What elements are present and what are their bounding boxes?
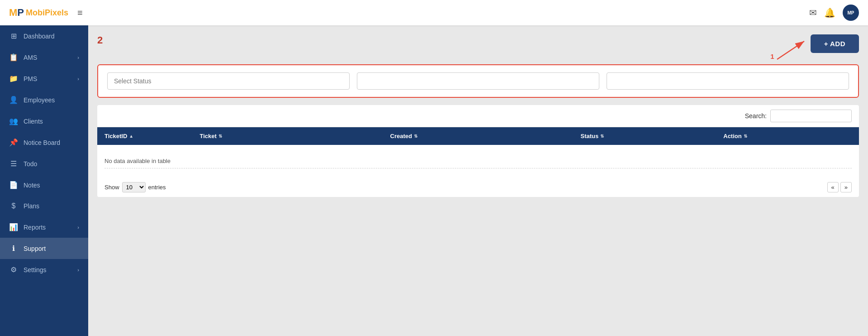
sidebar-item-reports[interactable]: 📊 Reports ›: [0, 216, 88, 238]
no-data-message: No data available in table: [104, 154, 852, 168]
sort-status-icon: ⇅: [600, 134, 604, 139]
filter-box: 07 May 2024 07 May 2024: [97, 64, 859, 98]
sidebar-label-settings: Settings: [24, 266, 47, 274]
sidebar-arrow-reports: ›: [77, 225, 79, 230]
col-created[interactable]: Created ⇅: [383, 127, 574, 145]
sidebar-icon-reports: 📊: [9, 223, 18, 231]
table-header: TicketID ▲ Ticket ⇅ Created ⇅ Status ⇅ A…: [97, 127, 859, 145]
sort-action-icon: ⇅: [744, 134, 747, 139]
col-status[interactable]: Status ⇅: [574, 127, 716, 145]
sidebar-icon-dashboard: ⊞: [9, 32, 18, 40]
content-area: 2 1 + ADD: [88, 25, 868, 336]
sidebar-arrow-ams: ›: [77, 55, 79, 60]
filter-section: 07 May 2024 07 May 2024: [97, 64, 859, 98]
sidebar-arrow-pms: ›: [77, 76, 79, 82]
sidebar-item-todo[interactable]: ☰ Todo: [0, 153, 88, 174]
pagination-prev[interactable]: «: [827, 182, 839, 192]
mail-icon[interactable]: ✉: [809, 7, 817, 18]
sidebar-label-support: Support: [24, 245, 46, 252]
ticket-count: 2: [97, 34, 103, 46]
sidebar-label-reports: Reports: [24, 224, 46, 231]
sidebar-label-clients: Clients: [24, 118, 43, 125]
svg-line-1: [777, 41, 804, 59]
date-from-input[interactable]: 07 May 2024: [357, 72, 599, 90]
sidebar-label-ams: AMS: [24, 54, 37, 61]
header: MP MobiPixels ≡ ✉ 🔔 MP: [0, 0, 868, 25]
sidebar-item-support[interactable]: ℹ Support: [0, 238, 88, 259]
sidebar-icon-clients: 👥: [9, 117, 18, 125]
avatar[interactable]: MP: [843, 5, 859, 21]
sidebar-item-ams[interactable]: 📋 AMS ›: [0, 47, 88, 68]
sidebar-item-employees[interactable]: 👤 Employees: [0, 89, 88, 110]
sidebar-item-clients[interactable]: 👥 Clients: [0, 110, 88, 132]
search-input[interactable]: [770, 110, 852, 122]
sidebar-item-settings[interactable]: ⚙ Settings ›: [0, 259, 88, 280]
sidebar-icon-employees: 👤: [9, 96, 18, 104]
sidebar: ⊞ Dashboard 📋 AMS › 📁 PMS › 👤 Employees …: [0, 25, 88, 336]
sidebar-item-notes[interactable]: 📄 Notes: [0, 174, 88, 196]
arrow-1-icon: [775, 39, 811, 62]
status-select[interactable]: [107, 72, 350, 90]
bell-icon[interactable]: 🔔: [824, 7, 835, 18]
table-section: Search: TicketID ▲ Ticket ⇅ Created ⇅ St…: [97, 105, 859, 197]
sidebar-label-plans: Plans: [24, 202, 39, 210]
sidebar-item-dashboard[interactable]: ⊞ Dashboard: [0, 25, 88, 47]
table-footer: Show 10 25 50 100 entries « »: [97, 178, 859, 197]
logo: MP MobiPixels: [9, 7, 68, 19]
entries-label: Show 10 25 50 100 entries: [104, 182, 166, 192]
sidebar-label-notes: Notes: [24, 182, 40, 189]
logo-mp: MP: [9, 7, 24, 19]
col-ticketid[interactable]: TicketID ▲: [97, 127, 193, 145]
sidebar-icon-notes: 📄: [9, 181, 18, 189]
sidebar-item-notice-board[interactable]: 📌 Notice Board: [0, 132, 88, 153]
sidebar-label-dashboard: Dashboard: [24, 33, 55, 40]
sidebar-icon-settings: ⚙: [9, 265, 18, 274]
sidebar-icon-notice-board: 📌: [9, 138, 18, 147]
header-left: MP MobiPixels ≡: [9, 7, 83, 19]
sidebar-label-todo: Todo: [24, 160, 37, 168]
date-to-input[interactable]: 07 May 2024: [607, 72, 849, 90]
sort-ticket-icon: ⇅: [218, 134, 222, 139]
sidebar-icon-pms: 📁: [9, 74, 18, 83]
sidebar-item-plans[interactable]: $ Plans: [0, 196, 88, 216]
logo-text: MobiPixels: [26, 8, 68, 18]
col-action[interactable]: Action ⇅: [716, 127, 859, 145]
sidebar-arrow-settings: ›: [77, 267, 79, 273]
sidebar-icon-plans: $: [9, 202, 18, 210]
sidebar-icon-todo: ☰: [9, 159, 18, 168]
col-ticket[interactable]: Ticket ⇅: [193, 127, 383, 145]
add-button[interactable]: + ADD: [811, 34, 859, 53]
main-layout: ⊞ Dashboard 📋 AMS › 📁 PMS › 👤 Employees …: [0, 25, 868, 336]
table-body: No data available in table: [97, 145, 859, 178]
sidebar-icon-ams: 📋: [9, 53, 18, 62]
sidebar-label-employees: Employees: [24, 96, 55, 104]
pagination-next[interactable]: »: [840, 182, 852, 192]
search-label: Search:: [745, 112, 767, 120]
pagination: « »: [827, 182, 852, 192]
entries-select[interactable]: 10 25 50 100: [122, 182, 146, 192]
annotation-1-label: 1: [770, 53, 774, 60]
hamburger-icon[interactable]: ≡: [77, 8, 83, 18]
sort-created-icon: ⇅: [414, 134, 417, 139]
sidebar-icon-support: ℹ: [9, 244, 18, 253]
sidebar-label-notice-board: Notice Board: [24, 139, 60, 146]
sidebar-label-pms: PMS: [24, 75, 37, 82]
table-toolbar: Search:: [97, 105, 859, 127]
sort-ticketid-icon: ▲: [129, 134, 133, 139]
sidebar-item-pms[interactable]: 📁 PMS ›: [0, 68, 88, 89]
header-right: ✉ 🔔 MP: [809, 5, 859, 21]
